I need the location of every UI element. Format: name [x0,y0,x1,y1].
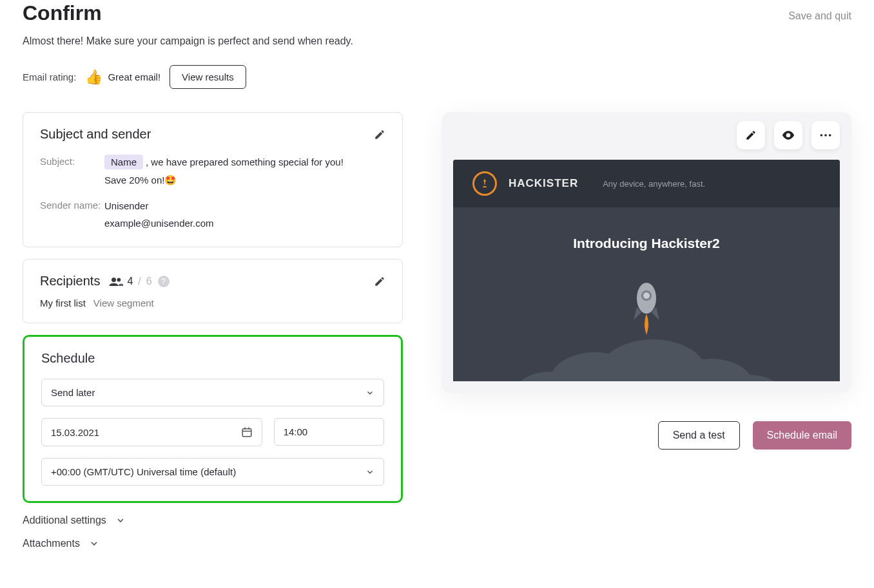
edit-recipients-icon[interactable] [374,276,385,287]
subject-merge-tag: Name [104,155,143,169]
save-and-quit-link[interactable]: Save and quit [788,10,851,22]
chevron-down-icon [115,515,126,526]
page-title: Confirm [23,1,102,25]
schedule-time-input[interactable]: 14:00 [274,418,384,446]
view-results-button[interactable]: View results [170,65,246,89]
email-preview-frame: HACKISTER Any device, anywhere, fast. In… [442,112,851,393]
email-rating-status: Great email! [108,71,160,82]
brand-name: HACKISTER [509,177,578,190]
calendar-icon [241,426,253,438]
chevron-down-icon [365,468,374,477]
email-rating-label: Email rating: [23,71,76,82]
subject-label: Subject: [40,153,104,189]
view-preview-button[interactable] [774,121,802,149]
chevron-down-icon [365,388,374,397]
preview-heading: Introducing Hackister2 [466,236,827,251]
svg-point-11 [643,292,650,299]
help-icon[interactable]: ? [158,276,170,287]
schedule-timezone-select[interactable]: +00:00 (GMT/UTC) Universal time (default… [41,458,384,486]
cloud-icon [511,323,782,381]
schedule-date-input[interactable]: 15.03.2021 [41,418,262,446]
attachments-toggle[interactable]: Attachments [23,538,403,549]
sender-email-value: example@unisender.com [104,214,213,232]
recipients-total-count: 6 [146,276,152,287]
svg-rect-2 [242,429,251,437]
recipients-active-count: 4 [127,276,133,287]
subject-value: Name, we have prepared something special… [104,153,344,189]
subject-sender-title: Subject and sender [40,127,151,142]
svg-point-6 [821,134,823,137]
recipients-title: Recipients [40,274,100,289]
subject-sender-card: Subject and sender Subject: Name, we hav… [23,112,403,247]
svg-point-1 [117,278,121,281]
schedule-email-button[interactable]: Schedule email [753,421,851,450]
schedule-title: Schedule [41,351,384,366]
people-icon [109,277,123,286]
svg-point-8 [829,134,831,137]
svg-point-7 [824,134,827,137]
send-test-button[interactable]: Send a test [658,421,740,450]
sender-name-label: Sender name: [40,197,104,233]
recipients-card: Recipients 4 / 6 ? My first l [23,259,403,323]
page-subtitle: Almost there! Make sure your campaign is… [23,35,851,47]
view-segment-link[interactable]: View segment [93,298,154,308]
thumbs-up-icon: 👍 [85,69,102,86]
recipient-list-name: My first list [40,298,86,308]
edit-preview-button[interactable] [737,121,765,149]
more-preview-button[interactable] [811,121,840,149]
svg-point-0 [112,277,116,281]
brand-tagline: Any device, anywhere, fast. [603,179,705,189]
additional-settings-toggle[interactable]: Additional settings [23,515,403,526]
edit-subject-icon[interactable] [374,129,385,140]
schedule-card: Schedule Send later 15.03.2021 [23,335,403,503]
schedule-when-select[interactable]: Send later [41,379,384,406]
chevron-down-icon [89,538,99,549]
brand-logo-icon [472,171,497,196]
sender-name-value: Unisender [104,197,213,215]
